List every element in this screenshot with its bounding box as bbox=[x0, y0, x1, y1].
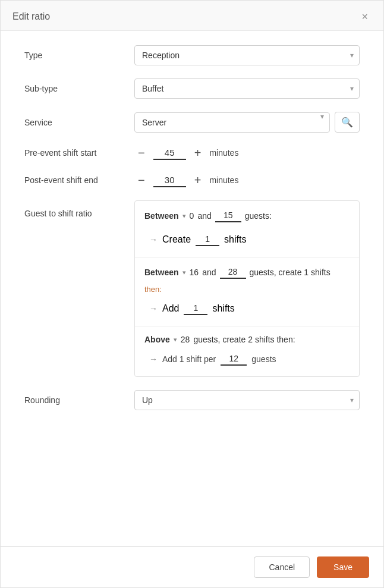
type-select-wrapper: Reception Banquet Conference ▾ bbox=[134, 45, 360, 65]
block1-create-label: Create bbox=[162, 234, 191, 245]
block2-chevron-icon: ▾ bbox=[182, 269, 186, 276]
block2-arrow-icon: → bbox=[149, 304, 158, 313]
service-select[interactable]: Server Bartender Captain bbox=[134, 112, 330, 133]
dialog-footer: Cancel Save bbox=[1, 546, 383, 587]
block1-arrow-icon: → bbox=[149, 235, 158, 244]
block3-guests-create-label: guests, create 2 shifts then: bbox=[193, 335, 295, 344]
type-label: Type bbox=[24, 51, 134, 60]
block3-above-label: Above bbox=[144, 335, 170, 344]
ratio-block-3: Above ▾ 28 guests, create 2 shifts then:… bbox=[135, 326, 359, 376]
block2-between-label: Between bbox=[144, 268, 179, 277]
block3-chevron-icon: ▾ bbox=[174, 336, 177, 344]
block2-add-label: Add bbox=[162, 303, 179, 314]
close-button[interactable]: × bbox=[358, 10, 372, 23]
type-control: Reception Banquet Conference ▾ bbox=[134, 45, 360, 65]
block2-shifts-input[interactable] bbox=[184, 302, 207, 315]
service-label: Service bbox=[24, 118, 134, 127]
pre-event-control: − + minutes bbox=[134, 146, 360, 160]
ratio-section: Between ▾ 0 and guests: → Create shifts bbox=[134, 200, 360, 377]
post-event-row: Post-event shift end − + minutes bbox=[24, 173, 360, 187]
service-select-wrapper: Server Bartender Captain ▾ bbox=[134, 112, 330, 133]
block2-guests-create-label: guests, create 1 shifts bbox=[250, 268, 331, 277]
block2-to-input[interactable] bbox=[220, 266, 246, 279]
subtype-control: Buffet Plated Stations ▾ bbox=[134, 78, 360, 99]
ratio-block-2: Between ▾ 16 and guests, create 1 shifts… bbox=[135, 257, 359, 326]
service-input-row: Server Bartender Captain ▾ 🔍 bbox=[134, 112, 360, 133]
subtype-select[interactable]: Buffet Plated Stations bbox=[134, 78, 360, 99]
ratio-block-2-shifts: → Add shifts bbox=[144, 297, 350, 317]
block2-then-label: then: bbox=[144, 285, 350, 294]
rounding-select[interactable]: Up Down Nearest bbox=[134, 390, 360, 410]
block1-to-input[interactable] bbox=[215, 209, 241, 222]
subtype-row: Sub-type Buffet Plated Stations ▾ bbox=[24, 78, 360, 99]
ratio-block-1-shifts: → Create shifts bbox=[144, 228, 350, 249]
pre-event-minus-button[interactable]: − bbox=[134, 146, 149, 160]
post-event-label: Post-event shift end bbox=[24, 175, 134, 185]
edit-ratio-dialog: Edit ratio × Type Reception Banquet Conf… bbox=[0, 0, 384, 588]
pre-event-row: Pre-event shift start − + minutes bbox=[24, 146, 360, 160]
subtype-select-wrapper: Buffet Plated Stations ▾ bbox=[134, 78, 360, 99]
rounding-row: Rounding Up Down Nearest ▾ bbox=[24, 390, 360, 410]
rounding-label: Rounding bbox=[24, 395, 134, 405]
guest-ratio-row: Guest to shift ratio Between ▾ 0 and gue… bbox=[24, 200, 360, 377]
block2-and-label: and bbox=[202, 268, 216, 277]
dialog-body: Type Reception Banquet Conference ▾ Sub-… bbox=[1, 31, 383, 546]
post-event-input[interactable] bbox=[153, 174, 186, 187]
post-event-plus-button[interactable]: + bbox=[191, 173, 205, 187]
pre-event-label: Pre-event shift start bbox=[24, 148, 134, 158]
block3-arrow-icon: → bbox=[149, 354, 158, 364]
block1-from: 0 bbox=[190, 211, 194, 221]
block3-guests-label: guests bbox=[251, 354, 276, 364]
block3-per-input[interactable] bbox=[221, 353, 247, 366]
post-event-control: − + minutes bbox=[134, 173, 360, 187]
type-select[interactable]: Reception Banquet Conference bbox=[134, 45, 360, 65]
ratio-block-3-per: → Add 1 shift per guests bbox=[144, 350, 350, 368]
block1-and-label: and bbox=[197, 211, 211, 221]
search-icon: 🔍 bbox=[341, 117, 353, 128]
dialog-title: Edit ratio bbox=[12, 11, 50, 22]
save-button[interactable]: Save bbox=[317, 556, 369, 578]
ratio-block-2-header: Between ▾ 16 and guests, create 1 shifts bbox=[144, 266, 350, 279]
type-row: Type Reception Banquet Conference ▾ bbox=[24, 45, 360, 65]
service-control: Server Bartender Captain ▾ 🔍 bbox=[134, 112, 360, 133]
post-event-minus-button[interactable]: − bbox=[134, 173, 149, 187]
cancel-button[interactable]: Cancel bbox=[254, 556, 310, 578]
block2-from: 16 bbox=[190, 268, 199, 277]
post-event-stepper: − + minutes bbox=[134, 173, 360, 187]
block3-per-label: Add 1 shift per bbox=[162, 354, 216, 364]
block3-guests-num: 28 bbox=[181, 335, 190, 344]
pre-event-stepper: − + minutes bbox=[134, 146, 360, 160]
ratio-block-1-header: Between ▾ 0 and guests: bbox=[144, 209, 350, 222]
ratio-block-3-header: Above ▾ 28 guests, create 2 shifts then: bbox=[144, 335, 350, 344]
rounding-control: Up Down Nearest ▾ bbox=[134, 390, 360, 410]
ratio-block-1: Between ▾ 0 and guests: → Create shifts bbox=[135, 201, 359, 257]
block1-guests-label: guests: bbox=[245, 211, 272, 221]
rounding-select-wrapper: Up Down Nearest ▾ bbox=[134, 390, 360, 410]
service-row: Service Server Bartender Captain ▾ 🔍 bbox=[24, 112, 360, 133]
guest-ratio-label: Guest to shift ratio bbox=[24, 200, 134, 218]
block1-shifts-label: shifts bbox=[224, 234, 246, 245]
block1-shifts-input[interactable] bbox=[196, 233, 219, 246]
pre-event-plus-button[interactable]: + bbox=[191, 146, 205, 160]
subtype-label: Sub-type bbox=[24, 84, 134, 93]
service-search-button[interactable]: 🔍 bbox=[335, 112, 360, 133]
dialog-header: Edit ratio × bbox=[1, 1, 383, 31]
post-event-unit: minutes bbox=[209, 175, 238, 185]
block1-between-label: Between bbox=[144, 211, 179, 221]
block2-shifts-label: shifts bbox=[212, 303, 234, 314]
pre-event-unit: minutes bbox=[209, 148, 238, 158]
pre-event-input[interactable] bbox=[153, 146, 186, 160]
block1-chevron-icon: ▾ bbox=[182, 212, 186, 220]
guest-ratio-control: Between ▾ 0 and guests: → Create shifts bbox=[134, 200, 360, 377]
